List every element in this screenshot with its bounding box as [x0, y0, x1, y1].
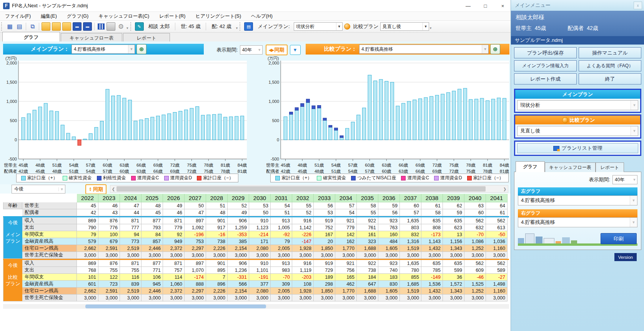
toolbar-overflow-icon[interactable]: ▾: [126, 26, 128, 30]
file-open-icon[interactable]: [42, 22, 50, 31]
table-cell: 60: [400, 202, 421, 209]
left-graph-select[interactable]: 4.貯蓄残高推移 ▼: [518, 195, 637, 205]
table-bottom-scrollbar[interactable]: [3, 304, 509, 309]
table-top-scrollbar[interactable]: ❮ ❯: [110, 185, 508, 193]
close-button[interactable]: ×: [494, 0, 511, 12]
table-cell: 2,005: [271, 245, 292, 252]
exit-button[interactable]: 終了: [579, 73, 641, 84]
table-cell: 763: [378, 224, 400, 231]
legend-swatch-icon: [197, 176, 201, 180]
sidebar-period-select[interactable]: 40年 ▼: [612, 175, 637, 184]
table-cell: 913: [271, 217, 292, 224]
table-filter-select[interactable]: 今後 ▼: [12, 185, 65, 194]
chevron-down-icon[interactable]: ▼: [482, 45, 488, 53]
table-cell: 3,000: [98, 295, 120, 301]
chevron-down-icon[interactable]: ▼: [423, 23, 429, 30]
print-button[interactable]: 印刷: [601, 233, 637, 244]
chevron-down-icon[interactable]: ▼: [630, 196, 637, 205]
chevron-down-icon[interactable]: ▼: [630, 218, 637, 227]
chevron-down-icon[interactable]: ▼: [631, 126, 638, 136]
compare-orb-icon: [562, 117, 568, 123]
year-header-cell: 2025: [141, 194, 163, 202]
plan-copy-icon[interactable]: ⧉: [28, 23, 37, 30]
table-sync-button[interactable]: ▲▼ 同期: [85, 184, 107, 194]
left-zoom-icon[interactable]: ⊕: [136, 44, 146, 54]
save-icon[interactable]: ▬: [73, 22, 82, 31]
cf-table-icon[interactable]: ▤: [15, 23, 23, 30]
table-cell: 901: [206, 217, 228, 224]
toolbar-overflow-icon[interactable]: ▾: [430, 26, 432, 30]
panel-close-button[interactable]: x: [634, 2, 642, 9]
plan-form-icon[interactable]: ▤: [244, 22, 253, 31]
sidebar-tab-report[interactable]: レポート: [596, 162, 624, 172]
sidebar-compare-plan-select[interactable]: 見直し後 ▼: [517, 126, 638, 136]
right-zoom-icon[interactable]: ⊕: [490, 44, 500, 54]
table-cell: 753: [185, 238, 206, 245]
menu-cashflow[interactable]: キャッシュフロー表(C): [93, 13, 154, 20]
compare-plan-header: 比較プラン: [515, 116, 640, 124]
minimize-button[interactable]: —: [459, 0, 477, 12]
left-chart-select[interactable]: 4.貯蓄残高推移 ▼: [72, 45, 135, 54]
version-button[interactable]: Version: [614, 253, 637, 261]
table-cell: 2,226: [206, 245, 228, 252]
save-as-icon[interactable]: ▬: [83, 22, 92, 31]
cityscape-illustration: 印刷: [518, 231, 637, 246]
toolbar-overflow-icon[interactable]: ▾: [236, 26, 238, 30]
chart-dropdown-button[interactable]: ▼: [290, 45, 301, 55]
plan-list-button[interactable]: プランリスト管理: [517, 143, 638, 153]
report-create-button[interactable]: レポート作成: [514, 73, 577, 84]
scrollbar-thumb[interactable]: [85, 305, 266, 308]
legend-item: 確実性資金: [63, 175, 92, 181]
maximize-button[interactable]: □: [477, 0, 494, 12]
table-cell: 309: [271, 281, 292, 288]
chart-sync-button[interactable]: ◀▶ 同期: [266, 45, 288, 55]
chevron-down-icon[interactable]: ▼: [632, 178, 637, 182]
menu-graph[interactable]: グラフ(G): [62, 13, 93, 20]
sidebar-tab-cashflow[interactable]: キャッシュフロー表: [545, 162, 596, 172]
svg-text:78歳: 78歳: [466, 163, 476, 167]
menu-help[interactable]: ヘルプ(H): [246, 13, 278, 20]
scroll-left-icon[interactable]: ❮: [110, 187, 116, 191]
svg-text:45歳: 45歳: [18, 163, 28, 167]
print-icon[interactable]: [107, 22, 115, 31]
menu-edit[interactable]: 編集(E): [36, 13, 62, 20]
client-edit-icon[interactable]: ✎: [135, 22, 144, 31]
table-cell: 3,000: [421, 295, 443, 301]
table-cell: 51: [206, 202, 228, 209]
manual-button[interactable]: 操作マニュアル: [579, 47, 641, 58]
scrollbar-thumb[interactable]: [116, 186, 486, 192]
file-export-icon[interactable]: [62, 22, 71, 31]
menu-file[interactable]: ファイル(F): [0, 13, 36, 20]
plan-load-save-button[interactable]: プラン呼出/保存: [514, 47, 577, 58]
settings-gear-icon[interactable]: ⚙: [117, 23, 125, 30]
faq-button[interactable]: よくある質問（FAQ）: [579, 60, 641, 71]
chevron-down-icon[interactable]: ▼: [128, 45, 135, 53]
chevron-down-icon[interactable]: ▼: [336, 23, 342, 30]
table-cell: 59: [443, 209, 464, 216]
row-label: 収入: [22, 217, 77, 224]
table-cell: 189: [314, 274, 335, 281]
column-settings-icon[interactable]: [98, 23, 105, 30]
cf-input-icon[interactable]: ▦: [6, 23, 14, 30]
file-import-icon[interactable]: [52, 22, 61, 31]
svg-text:42歳: 42歳: [18, 169, 28, 174]
svg-text:500: 500: [10, 118, 17, 123]
chevron-down-icon[interactable]: ▼: [631, 101, 638, 110]
right-graph-select[interactable]: 4.貯蓄残高推移 ▼: [518, 217, 637, 227]
tab-graph[interactable]: グラフ: [2, 32, 60, 43]
scroll-right-icon[interactable]: ❯: [502, 187, 508, 191]
sidebar-tab-graph[interactable]: グラフ: [516, 161, 545, 172]
period-select[interactable]: 40年 ▼: [240, 45, 263, 55]
main-plan-input-button[interactable]: メインプラン情報入力: [514, 60, 577, 71]
menu-hearing-sheet[interactable]: ヒアリングシート(S): [190, 13, 246, 20]
chevron-down-icon[interactable]: ▼: [58, 187, 65, 191]
main-plan-select[interactable]: 現状分析 ▼: [294, 22, 343, 31]
menu-report[interactable]: レポート(R): [154, 13, 190, 20]
svg-text:75歳: 75歳: [466, 169, 476, 174]
legend-label: 家計口座（−）: [473, 175, 504, 181]
sidebar-main-plan-select[interactable]: 現状分析 ▼: [517, 100, 638, 110]
compare-plan-select[interactable]: 見直し後 ▼: [380, 22, 429, 31]
chevron-down-icon[interactable]: ▼: [257, 48, 262, 52]
cashflow-table: 2022202320242025202620272028202920302031…: [3, 194, 509, 301]
right-chart-select[interactable]: 4.貯蓄残高推移 ▼: [359, 45, 489, 54]
